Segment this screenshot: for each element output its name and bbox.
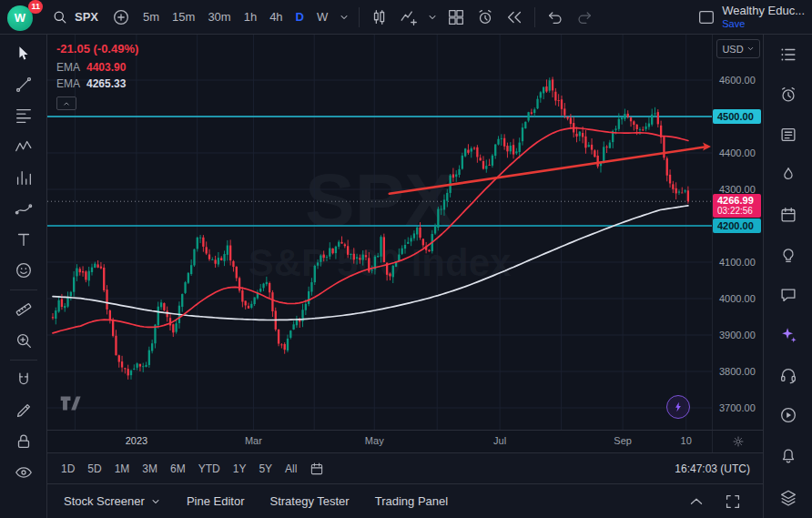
text-tool-button[interactable] — [8, 225, 39, 254]
timeframe-15m[interactable]: 15m — [166, 6, 201, 27]
chevron-up-icon — [62, 99, 71, 108]
range-1d[interactable]: 1D — [55, 459, 81, 479]
watchlist-button[interactable] — [776, 42, 801, 67]
hotlists-button[interactable] — [776, 162, 801, 188]
panel-maximize-button[interactable] — [719, 488, 746, 515]
timeframe-4h[interactable]: 4h — [263, 6, 289, 27]
time-axis-label: Jul — [493, 435, 506, 446]
hide-drawings-button[interactable] — [8, 458, 39, 487]
timeframe-d[interactable]: D — [289, 6, 310, 27]
symbol-label: SPX — [75, 10, 98, 24]
price-axis[interactable]: USD 4600.004500.004400.004300.004200.004… — [712, 35, 763, 430]
toolbar-divider — [10, 360, 37, 361]
account-logo-button[interactable]: W 11 — [7, 3, 40, 32]
layout-name-menu[interactable]: Wealthy Educ... Save — [722, 4, 805, 30]
price-axis-label: 3900.00 — [719, 329, 756, 341]
alert-clock-icon — [475, 7, 495, 27]
indicators-button[interactable] — [395, 4, 422, 31]
prediction-tool-button[interactable] — [8, 163, 39, 192]
bar-replay-button[interactable] — [501, 4, 528, 31]
drawing-mode-button[interactable] — [8, 396, 39, 425]
emoji-tool-button[interactable] — [8, 256, 39, 285]
panel-trading-panel[interactable]: Trading Panel — [375, 494, 448, 508]
timeframe-30m[interactable]: 30m — [201, 6, 237, 27]
timeframe-group: 5m15m30m1h4hDW — [137, 6, 334, 27]
range-5d[interactable]: 5D — [81, 459, 107, 479]
undo-button[interactable] — [542, 4, 569, 31]
window-layout-icon — [696, 7, 716, 27]
timeframe-1h[interactable]: 1h — [238, 6, 263, 27]
text-icon — [14, 229, 34, 249]
range-all[interactable]: All — [279, 459, 303, 479]
chevron-down-icon — [150, 496, 161, 507]
price-chart[interactable] — [47, 35, 712, 430]
range-ytd[interactable]: YTD — [192, 459, 227, 479]
currency-selector[interactable]: USD — [716, 39, 760, 58]
tradingview-logo-link[interactable] — [58, 392, 84, 417]
chart-canvas[interactable]: SPX S&P 500 Index -21.05 (-0.49%) EMA 44… — [47, 35, 712, 430]
toolbar-divider — [359, 7, 360, 27]
object-tree-button[interactable] — [776, 485, 801, 511]
save-button[interactable]: Save — [722, 18, 745, 30]
panel-pine-editor[interactable]: Pine Editor — [187, 494, 245, 508]
multichart-layout-button[interactable] — [442, 4, 470, 31]
pencil-icon — [14, 401, 34, 421]
sparkle-icon — [778, 325, 798, 345]
measure-tool-button[interactable] — [8, 295, 39, 324]
fib-retracement-tool-button[interactable] — [8, 101, 39, 130]
panel-open-button[interactable] — [683, 488, 710, 515]
ai-assistant-button[interactable] — [776, 322, 801, 348]
search-icon — [51, 8, 69, 26]
create-alert-button[interactable] — [472, 4, 499, 31]
goto-date-button[interactable] — [303, 455, 330, 482]
panel-strategy-tester[interactable]: Strategy Tester — [269, 494, 349, 508]
alerts-button[interactable] — [776, 82, 801, 107]
clock-timezone-button[interactable]: 16:47:03 (UTC) — [675, 462, 756, 475]
timeframe-menu-button[interactable] — [336, 4, 352, 31]
range-1y[interactable]: 1Y — [227, 459, 253, 479]
panel-label: Trading Panel — [375, 494, 448, 508]
indicator-templates-button[interactable] — [424, 4, 441, 31]
news-button[interactable] — [776, 122, 801, 147]
trend-line-tool-button[interactable] — [8, 70, 39, 99]
range-5y[interactable]: 5Y — [252, 459, 279, 479]
help-center-button[interactable] — [776, 362, 801, 388]
lock-drawings-button[interactable] — [8, 427, 39, 456]
magnet-mode-button[interactable] — [8, 365, 39, 394]
cursor-tool-button[interactable] — [8, 39, 39, 68]
notification-badge: 11 — [28, 0, 43, 14]
compare-button[interactable] — [107, 4, 135, 31]
legend-collapse-button[interactable] — [56, 96, 76, 110]
zoom-tool-button[interactable] — [8, 326, 39, 355]
brush-tool-button[interactable] — [8, 194, 39, 223]
range-3m[interactable]: 3M — [136, 459, 164, 479]
level-price-label: 4200.00 — [713, 218, 761, 233]
tradingview-logo-icon — [58, 392, 84, 414]
redo-button[interactable] — [571, 4, 598, 31]
news-icon — [778, 125, 798, 145]
forecast-bars-icon — [14, 168, 34, 188]
indicator-row[interactable]: EMA 4403.90 — [56, 61, 138, 74]
indicator-row[interactable]: EMA 4265.33 — [56, 77, 138, 90]
xabcd-pattern-icon — [14, 137, 34, 157]
panel-stock-screener[interactable]: Stock Screener — [64, 494, 161, 508]
timeframe-5m[interactable]: 5m — [137, 6, 166, 27]
range-6m[interactable]: 6M — [164, 459, 192, 479]
grid-layout-icon — [446, 7, 466, 27]
timeframe-w[interactable]: W — [310, 6, 334, 27]
chat-button[interactable] — [776, 282, 801, 308]
chart-settings-button[interactable] — [712, 431, 763, 452]
calendar-button[interactable] — [776, 202, 801, 228]
layout-manager-button[interactable] — [693, 4, 720, 31]
symbol-search-button[interactable]: SPX — [44, 5, 106, 30]
brush-icon — [14, 198, 34, 218]
notifications-button[interactable] — [776, 442, 801, 468]
tutorials-button[interactable] — [776, 402, 801, 428]
pattern-tool-button[interactable] — [8, 132, 39, 161]
range-1m[interactable]: 1M — [108, 459, 137, 479]
market-buzz-button[interactable] — [666, 395, 690, 419]
ideas-button[interactable] — [776, 242, 801, 268]
magnet-icon — [14, 370, 34, 390]
time-axis[interactable]: 2023MarMayJulSep10 — [47, 431, 712, 452]
chart-type-button[interactable] — [366, 4, 393, 31]
